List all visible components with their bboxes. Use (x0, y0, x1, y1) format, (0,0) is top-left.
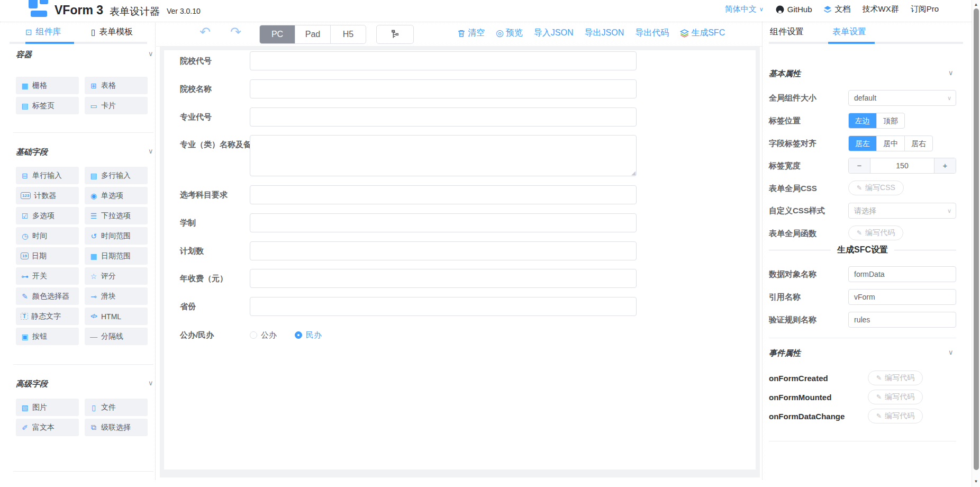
subscribe-pro-link[interactable]: 订阅Pro (911, 4, 939, 14)
tab-widget-settings[interactable]: 组件设置 (770, 26, 804, 38)
tab-form-settings[interactable]: 表单设置 (832, 26, 866, 38)
radio-option-private[interactable]: 民办 (295, 330, 322, 340)
stepper-increase-button[interactable]: + (934, 158, 956, 173)
node-tree-icon (391, 30, 400, 39)
widget-slider[interactable]: ⊸滑块 (85, 287, 148, 305)
field-input-major-code[interactable] (250, 107, 637, 127)
edit-onformmounted-button[interactable]: ✎ 编写代码 (868, 390, 923, 404)
widget-switch[interactable]: ⊶开关 (16, 267, 79, 285)
wx-group-link[interactable]: 技术WX群 (862, 4, 899, 14)
widget-checkbox[interactable]: ☑多选项 (16, 207, 79, 224)
input-icon: ⊟ (21, 172, 29, 180)
table-icon: ⊞ (89, 82, 98, 90)
language-select[interactable]: 简体中文 ∨ (725, 4, 764, 14)
device-pad-button[interactable]: Pad (295, 25, 330, 43)
field-input-college-name[interactable] (250, 79, 637, 98)
app-version: Ver 3.0.10 (167, 7, 201, 15)
undo-icon[interactable]: ↶ (199, 25, 211, 39)
widget-library-icon: ⊡ (25, 28, 32, 37)
field-input-college-code[interactable] (250, 51, 637, 70)
widget-input[interactable]: ⊟单行输入 (16, 167, 79, 184)
widget-radio[interactable]: ◉单选项 (85, 187, 148, 204)
edit-functions-button[interactable]: ✎ 编写代码 (848, 226, 903, 240)
github-link[interactable]: GitHub (775, 5, 812, 14)
ref-name-input[interactable]: vForm (848, 289, 956, 305)
widget-cascader[interactable]: ⧉级联选择 (85, 419, 148, 436)
widget-grid[interactable]: ▦栅格 (16, 77, 79, 94)
label-align-toggle: 居左 居中 居右 (848, 136, 933, 151)
widget-file-upload[interactable]: ▯文件 (85, 399, 148, 416)
widget-rich-editor[interactable]: ✐富文本 (16, 419, 79, 436)
prop-label: 自定义CSS样式 (769, 203, 825, 219)
preview-button[interactable]: ◎ 预览 (496, 28, 523, 39)
edit-onformcreated-button[interactable]: ✎ 编写代码 (868, 371, 923, 385)
widget-time[interactable]: ◷时间 (16, 227, 79, 245)
scroll-up-icon[interactable]: ▲ (972, 2, 980, 7)
card-icon: ▭ (89, 102, 98, 110)
edit-css-button[interactable]: ✎ 编写CSS (848, 181, 904, 195)
align-center-button[interactable]: 居中 (876, 136, 904, 151)
tab-form-template[interactable]: ▯ 表单模板 (91, 26, 133, 38)
edit-onformdatachange-button[interactable]: ✎ 编写代码 (868, 409, 923, 423)
widget-static-text[interactable]: T静态文字 (16, 308, 79, 325)
widget-picture-upload[interactable]: ▧图片 (16, 399, 79, 416)
stepper-decrease-button[interactable]: − (849, 158, 870, 173)
redo-icon[interactable]: ↷ (230, 25, 241, 39)
widget-date-range[interactable]: ▦日期范围 (85, 247, 148, 265)
field-input-subject-requirement[interactable] (250, 185, 637, 204)
align-right-button[interactable]: 居右 (904, 136, 932, 151)
import-json-button[interactable]: 导入JSON (534, 28, 574, 39)
field-label: 专业代号 (180, 107, 249, 127)
widget-tabs[interactable]: ▤标签页 (16, 97, 79, 114)
star-icon: ☆ (89, 272, 98, 281)
field-input-study-length[interactable] (250, 213, 637, 232)
global-size-select[interactable]: default ∨ (848, 90, 956, 106)
field-input-annual-fee[interactable] (250, 269, 637, 288)
field-input-province[interactable] (250, 297, 637, 316)
page-scrollbar[interactable]: ▲ ▼ (972, 0, 980, 487)
label-position-left[interactable]: 左边 (849, 113, 876, 128)
rules-name-input[interactable]: rules (848, 312, 956, 328)
stepper-value[interactable]: 150 (870, 158, 934, 173)
chevron-down-icon[interactable]: ∨ (948, 348, 954, 356)
sfc-layers-icon (680, 29, 689, 38)
edit-icon: ✎ (857, 229, 862, 237)
widget-button[interactable]: ▣按钮 (16, 328, 79, 345)
resize-grip-icon[interactable]: ◢ (631, 170, 636, 176)
widget-table[interactable]: ⊞表格 (85, 77, 148, 94)
widget-select[interactable]: ☰下拉选项 (85, 207, 148, 224)
export-code-button[interactable]: 导出代码 (635, 28, 669, 39)
docs-link[interactable]: 文档 (823, 4, 850, 14)
textarea-icon: ▤ (89, 172, 98, 180)
widget-rate[interactable]: ☆评分 (85, 267, 148, 285)
widget-date[interactable]: 19日期 (16, 247, 79, 265)
field-textarea-major-name[interactable]: ◢ (250, 135, 637, 176)
widget-textarea[interactable]: ▤多行输入 (85, 167, 148, 184)
custom-css-select[interactable]: 请选择 ∨ (848, 203, 956, 219)
data-object-name-input[interactable]: formData (848, 266, 956, 282)
scroll-down-icon[interactable]: ▼ (972, 479, 980, 484)
radio-option-public[interactable]: 公办 (250, 330, 277, 340)
label-position-top[interactable]: 顶部 (876, 113, 904, 128)
widget-divider[interactable]: —分隔线 (85, 328, 148, 345)
widget-card[interactable]: ▭卡片 (85, 97, 148, 114)
chevron-down-icon[interactable]: ∨ (948, 69, 954, 77)
tab-widget-library[interactable]: ⊡ 组件库 (25, 26, 61, 38)
checkbox-icon: ☑ (21, 212, 29, 220)
field-input-plan-count[interactable] (250, 241, 637, 260)
export-json-button[interactable]: 导出JSON (585, 28, 624, 39)
scrollbar-thumb[interactable] (974, 8, 979, 470)
widget-color-picker[interactable]: ✎颜色选择器 (16, 287, 79, 305)
chevron-down-icon[interactable]: ∨ (148, 50, 153, 58)
chevron-down-icon[interactable]: ∨ (148, 147, 153, 155)
device-pc-button[interactable]: PC (260, 25, 295, 43)
node-tree-button[interactable] (376, 25, 414, 44)
widget-number[interactable]: 123计数器 (16, 187, 79, 204)
widget-time-range[interactable]: ↺时间范围 (85, 227, 148, 245)
chevron-down-icon[interactable]: ∨ (148, 379, 153, 387)
device-h5-button[interactable]: H5 (330, 25, 366, 43)
widget-html[interactable]: </>HTML (85, 308, 148, 325)
clear-button[interactable]: 清空 (457, 28, 485, 39)
generate-sfc-button[interactable]: 生成SFC (680, 28, 725, 39)
align-left-button[interactable]: 居左 (849, 136, 876, 151)
